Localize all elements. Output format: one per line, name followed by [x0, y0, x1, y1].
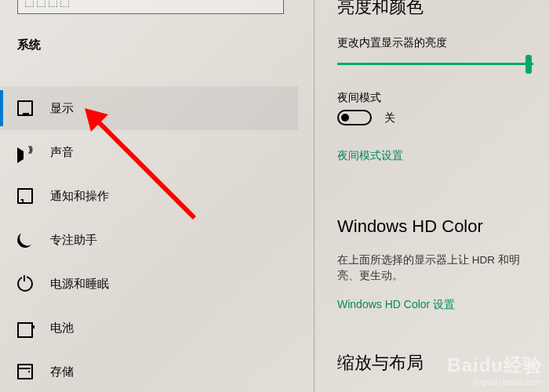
- slider-track: [337, 63, 533, 65]
- nav-item-sound[interactable]: 声音: [0, 130, 298, 174]
- settings-sidebar: ⬚⬚⬚⬚ 系统 显示 声音 通知和操作 专注助手 电源和睡眠 电池 存储: [0, 0, 314, 392]
- search-placeholder: ⬚⬚⬚⬚: [24, 0, 71, 8]
- display-icon: [17, 100, 33, 116]
- night-mode-state: 关: [384, 111, 395, 125]
- settings-content: 亮度和颜色 更改内置显示器的亮度 夜间模式 关 夜间模式设置 Windows H…: [337, 0, 549, 392]
- night-mode-settings-link[interactable]: 夜间模式设置: [337, 149, 403, 163]
- watermark-url: jingyan.baidu.com: [447, 377, 543, 387]
- focus-assist-icon: [14, 229, 36, 251]
- watermark: Baidu经验 jingyan.baidu.com: [447, 354, 543, 387]
- nav-item-storage[interactable]: 存储: [0, 350, 298, 392]
- night-mode-toggle[interactable]: [337, 110, 372, 125]
- nav-label: 声音: [50, 145, 74, 160]
- nav-label: 存储: [50, 365, 74, 379]
- toggle-knob: [341, 114, 349, 122]
- watermark-brand: Baidu经验: [447, 354, 543, 377]
- nav-item-battery[interactable]: 电池: [0, 306, 298, 350]
- nav-item-focus-assist[interactable]: 专注助手: [0, 218, 298, 262]
- nav-label: 电池: [50, 321, 74, 336]
- nav-label: 专注助手: [50, 233, 97, 248]
- nav-label: 通知和操作: [50, 189, 109, 204]
- section-scaling-title: 缩放与布局: [337, 351, 424, 375]
- section-brightness-title: 亮度和颜色: [337, 0, 424, 19]
- battery-icon: [17, 322, 33, 338]
- slider-thumb[interactable]: [525, 55, 532, 74]
- section-hdcolor-title: Windows HD Color: [337, 216, 483, 237]
- category-heading: 系统: [17, 38, 41, 53]
- vertical-divider: [314, 0, 314, 392]
- night-mode-label: 夜间模式: [337, 91, 381, 105]
- storage-icon: [17, 364, 33, 379]
- nav-label: 电源和睡眠: [50, 277, 109, 292]
- nav-item-display[interactable]: 显示: [0, 86, 298, 130]
- nav-list: 显示 声音 通知和操作 专注助手 电源和睡眠 电池 存储: [0, 86, 298, 392]
- brightness-slider[interactable]: [337, 58, 533, 71]
- nav-item-power-sleep[interactable]: 电源和睡眠: [0, 262, 298, 306]
- sound-icon: [17, 147, 33, 163]
- notifications-icon: [17, 188, 33, 204]
- nav-item-notifications[interactable]: 通知和操作: [0, 174, 298, 218]
- search-input[interactable]: ⬚⬚⬚⬚: [17, 0, 284, 14]
- brightness-label: 更改内置显示器的亮度: [337, 36, 447, 50]
- hdcolor-description: 在上面所选择的显示器上让 HDR 和明亮、更生动。: [337, 252, 541, 285]
- hdcolor-settings-link[interactable]: Windows HD Color 设置: [337, 298, 455, 312]
- power-sleep-icon: [17, 276, 33, 292]
- nav-label: 显示: [50, 101, 74, 116]
